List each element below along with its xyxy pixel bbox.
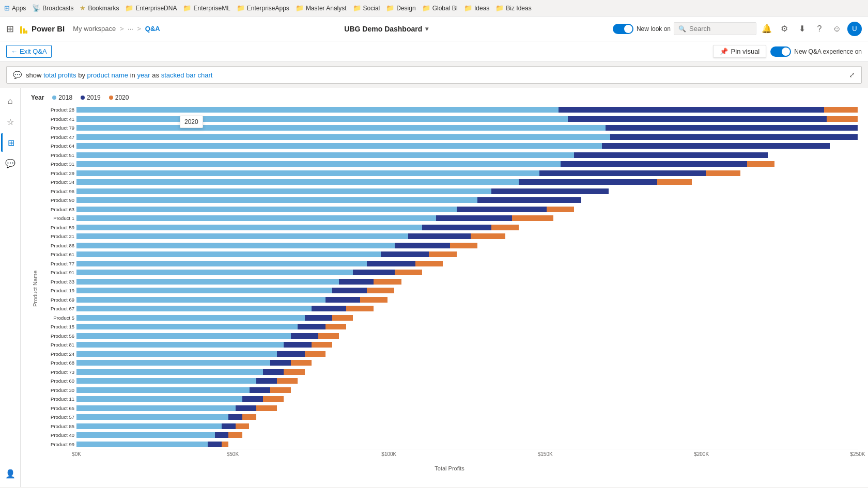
bar-row-13[interactable] bbox=[76, 225, 858, 230]
bar-row-6[interactable] bbox=[76, 161, 858, 167]
bar-row-26[interactable] bbox=[76, 342, 858, 348]
bar-row-29[interactable] bbox=[76, 369, 858, 375]
bar-2019-8 bbox=[519, 179, 657, 185]
bar-row-16[interactable] bbox=[76, 251, 858, 257]
product-label-34: Product 57 bbox=[41, 414, 76, 420]
bar-2018-17 bbox=[76, 261, 367, 266]
x-tick-3: $150K bbox=[538, 451, 553, 457]
bar-row-17[interactable] bbox=[76, 261, 858, 266]
bar-2020-32 bbox=[263, 396, 284, 402]
header-actions: New look on 🔍 🔔 ⚙ ⬇ ? ☺ U bbox=[613, 22, 862, 36]
product-labels: Product 28Product 41Product 79Product 47… bbox=[41, 105, 76, 449]
bar-2020-22 bbox=[346, 306, 374, 311]
bar-row-21[interactable] bbox=[76, 297, 858, 303]
bar-row-24[interactable] bbox=[76, 324, 858, 329]
bookmark-master-analyst[interactable]: 📁 Master Analyst bbox=[296, 4, 347, 12]
more-breadcrumb[interactable]: ··· bbox=[128, 25, 133, 33]
new-look-toggle: New look on bbox=[613, 24, 671, 34]
bar-row-15[interactable] bbox=[76, 243, 858, 248]
bar-row-37[interactable] bbox=[76, 442, 858, 447]
bookmark-biz-ideas[interactable]: 📁 Biz Ideas bbox=[495, 4, 531, 12]
feedback-icon[interactable]: ☺ bbox=[830, 22, 844, 36]
bookmark-social[interactable]: 📁 Social bbox=[353, 4, 380, 12]
bar-row-25[interactable] bbox=[76, 333, 858, 339]
bar-2018-6 bbox=[76, 161, 561, 167]
bookmark-bookmarks[interactable]: ★ Bookmarks bbox=[80, 4, 119, 12]
settings-icon[interactable]: ⚙ bbox=[777, 22, 792, 36]
bar-row-9[interactable] bbox=[76, 188, 858, 194]
chart-inner: Product 28Product 41Product 79Product 47… bbox=[41, 105, 858, 471]
bookmark-apps[interactable]: ⊞ Apps bbox=[4, 4, 26, 12]
bookmark-enterprisedna[interactable]: 📁 EnterpriseDNA bbox=[125, 4, 177, 12]
notification-icon[interactable]: 🔔 bbox=[760, 22, 774, 36]
query-bar[interactable]: 💬 show total profits by product name in … bbox=[6, 66, 862, 84]
bar-row-20[interactable] bbox=[76, 288, 858, 293]
bar-row-33[interactable] bbox=[76, 405, 858, 411]
bar-2019-18 bbox=[353, 270, 394, 275]
bar-row-7[interactable] bbox=[76, 170, 858, 176]
bar-row-36[interactable] bbox=[76, 432, 858, 438]
bar-row-12[interactable] bbox=[76, 215, 858, 221]
bookmark-design[interactable]: 📁 Design bbox=[386, 4, 415, 12]
sidebar-home-icon[interactable]: ⌂ bbox=[1, 92, 20, 111]
bar-row-32[interactable] bbox=[76, 396, 858, 402]
bar-row-31[interactable] bbox=[76, 387, 858, 393]
bar-row-30[interactable] bbox=[76, 378, 858, 384]
sidebar-chat-icon[interactable]: 💬 bbox=[1, 154, 20, 172]
bar-row-8[interactable] bbox=[76, 179, 858, 185]
bar-row-3[interactable] bbox=[76, 134, 858, 140]
bar-row-11[interactable] bbox=[76, 207, 858, 212]
search-box[interactable]: 🔍 bbox=[674, 22, 756, 35]
bar-row-2[interactable] bbox=[76, 125, 858, 131]
bar-row-23[interactable] bbox=[76, 315, 858, 321]
product-label-6: Product 31 bbox=[41, 161, 76, 167]
download-icon[interactable]: ⬇ bbox=[795, 22, 809, 36]
bar-row-14[interactable] bbox=[76, 233, 858, 239]
bar-2020-16 bbox=[429, 251, 457, 257]
bar-row-34[interactable] bbox=[76, 414, 858, 420]
bar-row-19[interactable] bbox=[76, 279, 858, 285]
bar-row-27[interactable] bbox=[76, 351, 858, 357]
bar-row-10[interactable] bbox=[76, 197, 858, 203]
back-icon: ← bbox=[11, 48, 18, 55]
bar-2018-20 bbox=[76, 288, 332, 293]
bar-row-5[interactable] bbox=[76, 152, 858, 158]
expand-icon[interactable]: ⤢ bbox=[849, 71, 855, 79]
help-icon[interactable]: ? bbox=[812, 22, 827, 36]
dashboard-title[interactable]: UBG Demo Dashboard ▾ bbox=[164, 25, 609, 33]
bar-row-18[interactable] bbox=[76, 270, 858, 275]
product-label-11: Product 63 bbox=[41, 206, 76, 212]
bar-2020-11 bbox=[547, 207, 575, 212]
exit-qa-button[interactable]: ← Exit Q&A bbox=[6, 45, 52, 58]
sidebar-apps-icon[interactable]: ⊞ bbox=[1, 133, 20, 152]
sidebar-star-icon[interactable]: ☆ bbox=[1, 113, 20, 131]
bookmark-enterpriseml[interactable]: 📁 EnterpriseML bbox=[183, 4, 230, 12]
pin-icon: 📌 bbox=[720, 48, 728, 55]
qa-experience-switch[interactable] bbox=[770, 46, 791, 57]
bar-row-22[interactable] bbox=[76, 306, 858, 311]
bookmark-ideas[interactable]: 📁 Ideas bbox=[464, 4, 489, 12]
grid-icon[interactable]: ⊞ bbox=[6, 23, 14, 35]
qa-breadcrumb[interactable]: Q&A bbox=[145, 25, 160, 33]
bar-2020-30 bbox=[277, 378, 298, 384]
bar-2020-26 bbox=[312, 342, 332, 348]
workspace-link[interactable]: My workspace bbox=[73, 25, 116, 33]
sidebar-user-icon[interactable]: 👤 bbox=[1, 464, 20, 483]
bar-row-4[interactable] bbox=[76, 143, 858, 149]
bar-row-0[interactable] bbox=[76, 107, 858, 113]
bookmark-broadcasts[interactable]: 📡 Broadcasts bbox=[32, 4, 73, 12]
chart-container: Product Name Product 28Product 41Product… bbox=[31, 105, 858, 471]
avatar[interactable]: U bbox=[847, 22, 862, 36]
bar-2019-10 bbox=[477, 197, 581, 203]
bar-2018-16 bbox=[76, 251, 381, 257]
pin-visual-button[interactable]: 📌 Pin visual bbox=[713, 45, 767, 58]
new-look-toggle-switch[interactable] bbox=[613, 24, 633, 34]
x-axis-inner: $0K$50K$100K$150K$200K$250K bbox=[76, 449, 858, 464]
bookmark-global-bi[interactable]: 📁 Global BI bbox=[422, 4, 458, 12]
bar-row-1[interactable] bbox=[76, 116, 858, 122]
search-input[interactable] bbox=[689, 25, 752, 33]
bookmark-enterpriseapps[interactable]: 📁 EnterpriseApps bbox=[237, 4, 289, 12]
x-tick-1: $50K bbox=[227, 451, 239, 457]
bar-row-35[interactable] bbox=[76, 423, 858, 429]
bar-row-28[interactable] bbox=[76, 360, 858, 366]
